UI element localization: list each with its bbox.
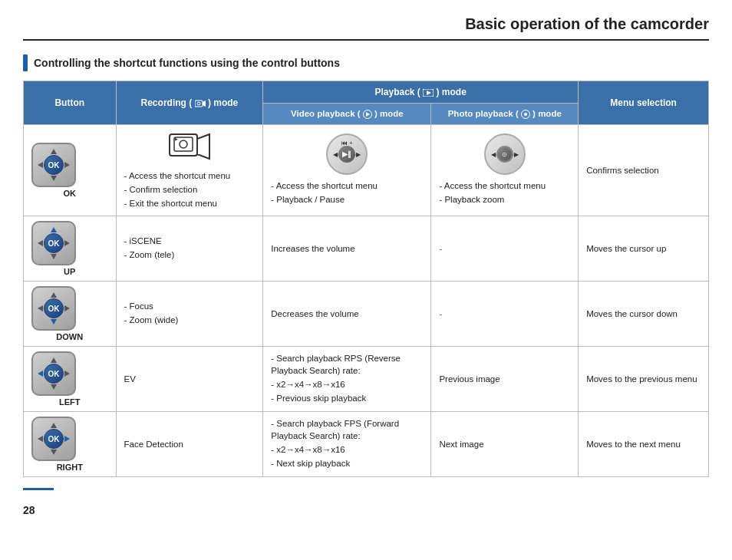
left-button-cell: OK LEFT — [24, 347, 117, 412]
up-photo-desc: - — [439, 244, 442, 253]
right-photo-cell: Next image — [431, 412, 579, 477]
table-row: OK LEFT EV Search playback RPS (Reverse … — [24, 347, 709, 412]
arrow-left-icon — [38, 162, 43, 168]
up-video-cell: Increases the volume — [263, 216, 431, 282]
down-menu-cell: Moves the cursor down — [579, 282, 709, 347]
up-photo-cell: - — [431, 216, 579, 282]
left-outer: OK — [31, 351, 76, 396]
rec-icon-wrap: ▶ — [124, 130, 256, 165]
up-recording-cell: iSCENE Zoom (tele) — [116, 216, 263, 282]
page-number-container: 28 — [23, 488, 709, 516]
right-photo-desc: Next image — [439, 440, 483, 449]
photo-mode-icon — [521, 110, 530, 119]
down-menu-desc: Moves the cursor down — [586, 309, 678, 318]
ok-photo-cell: ◀◀ ▶▶ ⊙ Access the shortcut menu Playbac… — [431, 124, 579, 216]
rec-camera-icon: ▶ — [168, 130, 211, 163]
left-video-desc: Search playback RPS (Reverse Playback Se… — [271, 352, 423, 404]
page-container: Basic operation of the camcorder Control… — [0, 0, 732, 532]
down-photo-desc: - — [439, 309, 442, 318]
left-photo-desc: Previous image — [439, 374, 500, 384]
arrow-down-4 — [51, 384, 57, 390]
right-recording-desc: Face Detection — [124, 440, 183, 449]
up-button-icon: OK — [31, 221, 76, 265]
down-recording-desc: Focus Zoom (wide) — [124, 300, 256, 326]
photo-play-circle: ◀◀ ▶▶ ⊙ — [484, 133, 526, 175]
arrow-up-5 — [51, 423, 57, 428]
arrow-left-2 — [38, 240, 43, 246]
section-title-bar: Controlling the shortcut functions using… — [23, 54, 709, 71]
left-recording-desc: EV — [124, 374, 136, 384]
arrow-right-4 — [64, 371, 70, 377]
camera-icon — [195, 99, 206, 108]
arrow-left-3 — [38, 305, 43, 311]
left-photo-cell: Previous image — [431, 347, 579, 412]
table-row: OK UP iSCENE Zoom (tele) Increases the v… — [24, 216, 709, 282]
right-center: OK — [44, 429, 64, 449]
photo-inner-circle: ⊙ — [496, 146, 513, 163]
ok-video-cell: ⏮ + ⏭ ◀◀ ▶▶ ▶‖ Access the shortcut menu … — [263, 124, 431, 216]
arrow-down-5 — [51, 450, 57, 455]
section-accent — [23, 54, 28, 71]
ok-button-icon: OK — [31, 143, 76, 187]
ok-recording-cell: ▶ Access the shortcut menu Confirm selec… — [116, 124, 263, 216]
up-menu-cell: Moves the cursor up — [579, 216, 709, 282]
th-video: Video playback ( ) mode — [263, 104, 431, 125]
left-center: OK — [44, 364, 64, 384]
down-video-desc: Decreases the volume — [271, 309, 358, 318]
playback-icon — [423, 89, 434, 97]
up-outer: OK — [31, 221, 76, 265]
svg-point-2 — [197, 102, 200, 105]
arrow-up-3 — [51, 292, 57, 298]
ok-video-desc: Access the shortcut menu Playback / Paus… — [271, 180, 423, 206]
down-outer: OK — [31, 286, 76, 331]
down-photo-cell: - — [431, 282, 579, 347]
th-menu: Menu selection — [579, 81, 709, 125]
left-label: LEFT — [31, 397, 108, 407]
left-recording-cell: EV — [116, 347, 263, 412]
arrow-up-4 — [51, 357, 57, 363]
arrow-down-icon — [51, 176, 57, 181]
down-recording-cell: Focus Zoom (wide) — [116, 282, 263, 347]
th-recording: Recording ( ) mode — [116, 81, 263, 125]
table-row: OK DOWN Focus Zoom (wide) Decreases the … — [24, 282, 709, 347]
down-button-cell: OK DOWN — [24, 282, 117, 347]
right-button-icon: OK — [31, 417, 76, 461]
ok-recording-desc: Access the shortcut menu Confirm selecti… — [124, 170, 256, 209]
left-menu-desc: Moves to the previous menu — [586, 374, 697, 384]
up-menu-desc: Moves the cursor up — [586, 244, 666, 253]
svg-point-8 — [524, 113, 527, 116]
arrow-down-highlight — [51, 319, 57, 324]
up-center: OK — [44, 233, 64, 253]
page-number: 28 — [23, 504, 35, 516]
right-label: RIGHT — [31, 463, 108, 472]
ok-center: OK — [44, 155, 64, 175]
th-playback: Playback ( ) mode — [263, 81, 579, 104]
left-button-icon: OK — [31, 351, 76, 396]
header-row-1: Button Recording ( ) mode Playback ( — [24, 81, 709, 104]
right-recording-cell: Face Detection — [116, 412, 263, 477]
right-menu-cell: Moves to the next menu — [579, 412, 709, 477]
right-button-cell: OK RIGHT — [24, 412, 117, 477]
right-video-cell: Search playback FPS (Forward Playback Se… — [263, 412, 431, 477]
ok-button-cell: OK OK — [24, 124, 117, 216]
table-row: OK OK ▶ — [24, 124, 709, 216]
arrow-up-highlight — [51, 227, 57, 232]
arrow-down-2 — [51, 254, 57, 259]
video-play-icon-wrap: ⏮ + ⏭ ◀◀ ▶▶ ▶‖ — [271, 133, 423, 175]
svg-text:▶: ▶ — [175, 137, 178, 141]
th-button: Button — [24, 81, 117, 125]
section-title: Controlling the shortcut functions using… — [34, 57, 340, 69]
arrow-up-icon — [51, 149, 57, 154]
main-table: Button Recording ( ) mode Playback ( — [23, 81, 709, 477]
svg-marker-10 — [197, 134, 209, 159]
ok-menu-desc: Confirms selection — [586, 166, 659, 175]
up-video-desc: Increases the volume — [271, 244, 354, 253]
th-photo: Photo playback ( ) mode — [431, 104, 579, 125]
svg-marker-4 — [427, 91, 431, 95]
up-label: UP — [31, 267, 108, 276]
arrow-left-5 — [38, 436, 43, 442]
svg-rect-0 — [195, 100, 203, 107]
svg-point-12 — [180, 140, 187, 148]
arrow-right-highlight — [64, 436, 70, 442]
right-outer: OK — [31, 417, 76, 461]
